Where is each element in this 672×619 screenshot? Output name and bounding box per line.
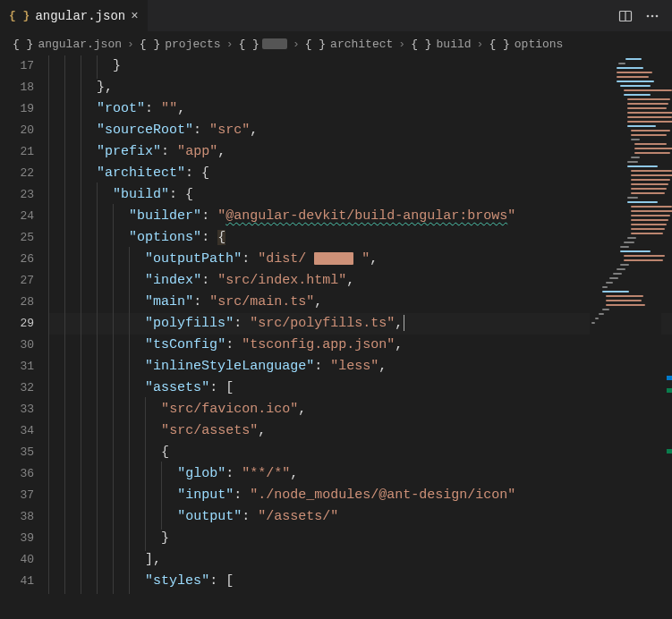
- code-token: root: [105, 101, 137, 116]
- code-token: }: [97, 80, 105, 95]
- code-token: ": [97, 165, 105, 181]
- code-line[interactable]: "styles": [: [48, 571, 672, 592]
- minimap-line: [602, 291, 629, 293]
- code-line[interactable]: },: [48, 77, 672, 98]
- code-line[interactable]: "architect": {: [48, 163, 672, 184]
- code-token: main: [153, 294, 185, 310]
- code-line[interactable]: "outputPath": "dist/ ",: [48, 249, 672, 270]
- code-token: src/favicon.ico: [169, 402, 290, 417]
- code-line[interactable]: "root": "",: [48, 98, 672, 120]
- code-token: ": [177, 165, 185, 181]
- minimap-line: [618, 63, 625, 64]
- braces-icon: { }: [489, 38, 509, 51]
- code-line[interactable]: "assets": [: [48, 377, 672, 399]
- code-token: input: [185, 488, 225, 503]
- code-line[interactable]: "inlineStyleLanguage": "less",: [48, 356, 672, 377]
- line-number: 39: [0, 528, 34, 549]
- code-token: ": [258, 251, 266, 267]
- breadcrumb-item[interactable]: { }options: [489, 38, 563, 51]
- close-icon[interactable]: ×: [131, 9, 138, 23]
- minimap-line: [617, 81, 654, 82]
- code-token: :: [201, 273, 217, 288]
- line-number: 41: [0, 571, 34, 592]
- braces-icon: { }: [305, 38, 326, 51]
- minimap-line: [620, 264, 629, 266]
- split-editor-icon[interactable]: [618, 9, 633, 23]
- code-line[interactable]: "builder": "@angular-devkit/build-angula…: [48, 206, 672, 227]
- code-token: ": [217, 273, 225, 288]
- code-line[interactable]: "prefix": "app",: [48, 141, 672, 163]
- code-token: ,: [105, 80, 113, 95]
- code-line[interactable]: "tsConfig": "tsconfig.app.json",: [48, 335, 672, 356]
- minimap-line: [631, 134, 667, 136]
- code-line[interactable]: "src/assets",: [48, 420, 672, 442]
- minimap-marker-track: [665, 55, 672, 601]
- code-token: ": [250, 316, 258, 331]
- code-line[interactable]: "options": {: [48, 227, 672, 249]
- code-line[interactable]: ],: [48, 549, 672, 571]
- minimap-line: [602, 286, 608, 288]
- chevron-right-icon: ›: [398, 38, 405, 51]
- minimap-line: [591, 322, 595, 324]
- breadcrumb-label: build: [437, 38, 472, 51]
- minimap-line: [606, 295, 643, 297]
- code-token: ": [362, 251, 370, 267]
- minimap-line: [620, 250, 651, 252]
- minimap-line: [617, 67, 643, 69]
- code-line[interactable]: "input": "./node_modules/@ant-design/ico…: [48, 485, 672, 506]
- code-token: ": [193, 230, 201, 245]
- code-line[interactable]: "glob": "**/*",: [48, 463, 672, 485]
- code-line[interactable]: "polyfills": "src/polyfills.ts",: [48, 313, 672, 335]
- line-number: 18: [0, 77, 34, 98]
- code-token: ": [137, 101, 145, 116]
- breadcrumb-item[interactable]: { }architect: [305, 38, 394, 51]
- code-line[interactable]: }: [48, 528, 672, 549]
- code-line[interactable]: "main": "src/main.ts",: [48, 292, 672, 313]
- breadcrumb-item[interactable]: { }projects: [140, 38, 221, 51]
- code-token: ": [97, 123, 105, 138]
- code-token: :: [201, 230, 217, 245]
- code-line[interactable]: "build": {: [48, 184, 672, 206]
- line-number: 23: [0, 184, 34, 206]
- code-line[interactable]: "index": "src/index.html",: [48, 270, 672, 292]
- code-line[interactable]: {: [48, 442, 672, 463]
- code-token: ,: [379, 359, 387, 374]
- code-token: ": [185, 294, 193, 310]
- line-number: 20: [0, 120, 34, 141]
- code-token: ,: [298, 402, 306, 417]
- braces-icon: { }: [13, 38, 33, 51]
- code-token: ,: [395, 316, 403, 331]
- code-token: :: [161, 144, 177, 159]
- code-token: ": [201, 573, 209, 589]
- breadcrumb-item[interactable]: { }angular.json: [13, 38, 122, 51]
- code-token: : {: [169, 187, 193, 202]
- minimap[interactable]: [590, 55, 661, 601]
- code-area[interactable]: } }, "root": "", "sourceRoot": "src", "p…: [47, 55, 672, 619]
- code-line[interactable]: "src/favicon.ico",: [48, 399, 672, 420]
- code-token: : [: [209, 380, 234, 395]
- editor-tab[interactable]: { } angular.json ×: [0, 0, 148, 31]
- minimap-line: [627, 197, 638, 199]
- code-token: ,: [314, 294, 322, 310]
- code-token: ./node_modules/@ant-design/icon: [258, 488, 507, 503]
- braces-icon: { }: [140, 38, 160, 51]
- code-line[interactable]: "output": "/assets/": [48, 506, 672, 528]
- code-token: ,: [395, 337, 403, 352]
- minimap-line: [617, 268, 625, 270]
- more-actions-icon[interactable]: [645, 9, 659, 23]
- breadcrumb-item[interactable]: { }: [238, 38, 286, 51]
- code-token: ": [97, 101, 105, 116]
- breadcrumb-item[interactable]: { }build: [411, 38, 471, 51]
- code-token: glob: [185, 466, 217, 481]
- code-line[interactable]: }: [48, 55, 672, 77]
- code-token: ": [145, 251, 153, 267]
- code-token: output: [185, 509, 234, 524]
- code-token: inlineStyleLanguage: [153, 359, 306, 374]
- code-line[interactable]: "sourceRoot": "src",: [48, 120, 672, 141]
- minimap-line: [627, 201, 658, 203]
- minimap-line: [631, 188, 667, 190]
- code-token: ": [161, 423, 169, 438]
- breadcrumb: { }angular.json›{ }projects›{ }›{ }archi…: [0, 32, 672, 55]
- editor[interactable]: 1718192021222324252627282930313233343536…: [0, 55, 672, 619]
- line-number: 24: [0, 206, 34, 227]
